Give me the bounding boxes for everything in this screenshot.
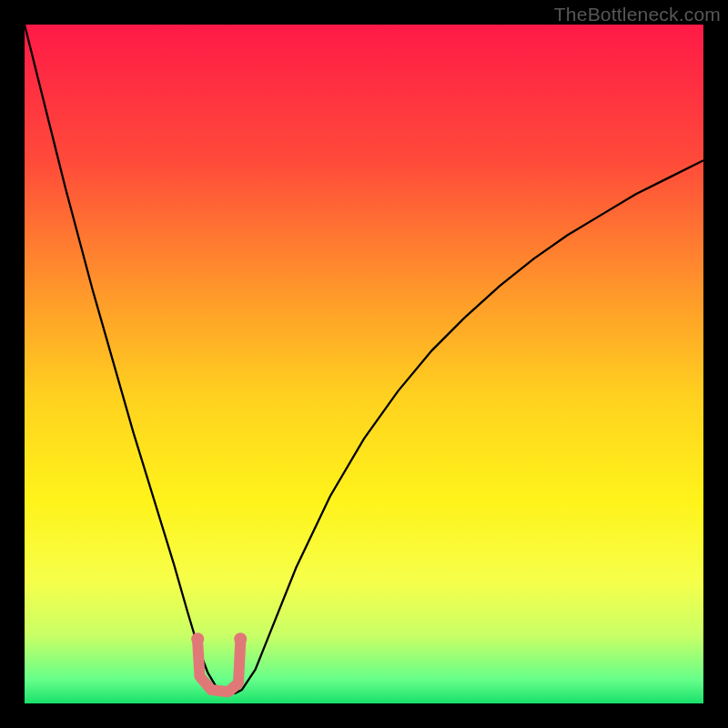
svg-point-0 [191,632,204,645]
watermark-text: TheBottleneck.com [554,4,721,25]
bottleneck-chart [25,25,703,703]
gradient-background [25,25,703,703]
svg-point-1 [234,632,247,645]
chart-frame [25,25,703,703]
